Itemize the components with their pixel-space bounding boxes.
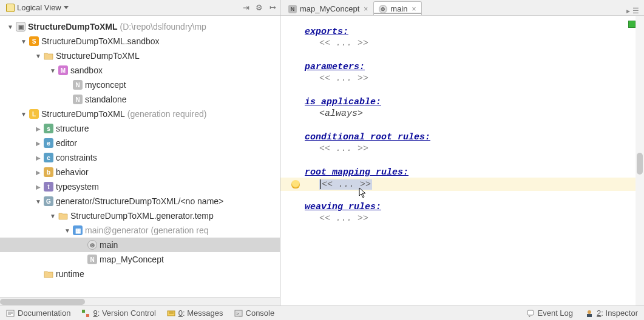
language-icon: L (29, 109, 39, 119)
node-label: constraints (56, 153, 97, 162)
tree-row-main[interactable]: ⊜ main (0, 238, 280, 252)
close-icon[interactable]: × (412, 5, 416, 13)
editor-tabs: N map_MyConcept × ⊜ main × ▸ ☰ (280, 0, 644, 16)
tree-row-sandbox-solution[interactable]: S StructureDumpToXML.sandbox (0, 34, 280, 48)
node-label: editor (56, 138, 77, 148)
aspect-icon: c (44, 153, 53, 162)
tree-row-language[interactable]: L StructureDumpToXML (generation require… (0, 107, 280, 121)
horizontal-scrollbar[interactable] (0, 297, 280, 305)
twisty-icon[interactable] (49, 213, 57, 219)
twisty-icon[interactable] (34, 125, 42, 132)
placeholder-cell[interactable]: << ... >> (319, 38, 644, 48)
tab-map-myconcept[interactable]: N map_MyConcept × (283, 1, 373, 15)
placeholder-cell[interactable]: << ... >> (319, 73, 644, 84)
tree-row-myconcept[interactable]: N myconcept (0, 78, 280, 92)
twisty-icon[interactable] (34, 53, 42, 59)
status-inspector[interactable]: 2: Inspector (585, 308, 638, 318)
tree-row-sandbox-folder[interactable]: StructureDumpToXML (0, 48, 280, 63)
node-suffix: (generation required) (127, 109, 207, 119)
tab-list-icon[interactable]: ☰ (632, 7, 639, 15)
tree-row-map-myconcept[interactable]: N map_MyConcept (0, 252, 280, 267)
node-label: StructureDumpToXML (28, 22, 118, 32)
project-tree[interactable]: ▣ StructureDumpToXML (D:\repo\dslfoundry… (0, 16, 280, 297)
node-label: runtime (56, 269, 84, 279)
node-label: generator/StructureDumpToXML/<no name> (56, 196, 223, 206)
tree-row-behavior[interactable]: b behavior (0, 165, 280, 179)
folder-icon (44, 51, 53, 61)
event-log-icon (526, 309, 535, 318)
tab-main[interactable]: ⊜ main × (373, 1, 421, 15)
twisty-icon[interactable] (34, 140, 42, 147)
folder-icon (58, 211, 68, 221)
active-editor-line[interactable]: << ... >> (280, 178, 644, 191)
node-icon: N (87, 255, 97, 264)
scroll-from-source-icon[interactable]: ⇥ (241, 3, 251, 13)
twisty-icon[interactable] (49, 67, 57, 74)
node-suffix: (D:\repo\dslfoundry\mp (120, 22, 206, 32)
status-event-log[interactable]: Event Log (526, 308, 574, 318)
twisty-icon[interactable] (34, 169, 42, 176)
twisty-icon[interactable] (34, 198, 42, 205)
documentation-icon (6, 309, 15, 318)
twisty-icon[interactable] (34, 184, 42, 190)
editor-area: N map_MyConcept × ⊜ main × ▸ ☰ exports: … (280, 0, 644, 305)
tree-row-sandbox-model[interactable]: M sandbox (0, 63, 280, 78)
node-label: StructureDumpToXML (56, 51, 140, 61)
scrollbar-thumb[interactable] (0, 299, 85, 305)
inspection-status-icon[interactable] (628, 21, 636, 28)
placeholder-cell[interactable]: << ... >> (319, 213, 644, 224)
tree-row-typesystem[interactable]: t typesystem (0, 179, 280, 194)
section-is-applicable: is applicable: (305, 97, 644, 107)
svg-rect-11 (527, 310, 534, 315)
inspector-icon (585, 309, 594, 318)
tree-row-runtime[interactable]: runtime (0, 267, 280, 281)
status-label: 2: Inspector (597, 308, 638, 318)
gear-icon[interactable]: ⚙ (254, 3, 264, 13)
vertical-scrollbar[interactable] (636, 16, 644, 305)
status-console[interactable]: >_ Console (234, 308, 275, 318)
tab-arrow-right-icon[interactable]: ▸ (626, 7, 630, 15)
tree-row-main-generator[interactable]: ▦ main@generator (generation req (0, 223, 280, 238)
section-parameters: parameters: (305, 62, 644, 72)
tree-row-editor[interactable]: e editor (0, 136, 280, 150)
tree-row-structure[interactable]: s structure (0, 121, 280, 136)
scrollbar-thumb[interactable] (637, 153, 643, 175)
section-conditional-root-rules: conditional root rules: (305, 132, 644, 142)
tab-label: main (390, 4, 407, 13)
status-label: Console (246, 308, 275, 318)
placeholder-cell[interactable]: << ... >> (319, 144, 644, 154)
svg-rect-4 (82, 310, 85, 313)
collapse-icon[interactable]: ↦ (268, 3, 277, 13)
status-label: Event Log (538, 308, 574, 318)
editor-content[interactable]: exports: << ... >> parameters: << ... >>… (280, 16, 644, 305)
intention-bulb-icon[interactable] (291, 180, 300, 188)
status-documentation[interactable]: Documentation (6, 308, 70, 318)
selected-placeholder-cell[interactable]: << ... >> (319, 179, 372, 190)
svg-point-12 (588, 310, 591, 314)
aspect-icon: b (44, 167, 53, 177)
always-cell[interactable]: <always> (319, 108, 644, 119)
twisty-icon[interactable] (19, 111, 28, 118)
twisty-icon[interactable] (19, 38, 28, 45)
tree-row-standalone[interactable]: N standalone (0, 92, 280, 107)
model-icon: M (58, 65, 68, 75)
node-label: myconcept (85, 80, 126, 90)
status-version-control[interactable]: 9: Version Control (81, 308, 155, 318)
tree-row-constraints[interactable]: c constraints (0, 150, 280, 165)
status-label: 9: Version Control (93, 308, 155, 318)
svg-rect-5 (86, 314, 89, 317)
twisty-icon[interactable] (63, 227, 72, 234)
twisty-icon[interactable] (6, 24, 15, 30)
node-label: standalone (85, 95, 127, 104)
section-root-mapping-rules: root mapping rules: (305, 167, 644, 178)
node-label: main (100, 240, 118, 250)
view-selector[interactable]: Logical View (2, 2, 72, 13)
svg-text:>_: >_ (236, 311, 242, 316)
tree-row-gen-templates[interactable]: StructureDumpToXML.generator.temp (0, 208, 280, 223)
twisty-icon[interactable] (34, 155, 42, 161)
tree-row-root[interactable]: ▣ StructureDumpToXML (D:\repo\dslfoundry… (0, 19, 280, 34)
close-icon[interactable]: × (364, 5, 368, 13)
status-messages[interactable]: 0: Messages (167, 308, 223, 318)
tree-row-generator[interactable]: G generator/StructureDumpToXML/<no name> (0, 194, 280, 208)
view-selector-label: Logical View (17, 3, 61, 12)
